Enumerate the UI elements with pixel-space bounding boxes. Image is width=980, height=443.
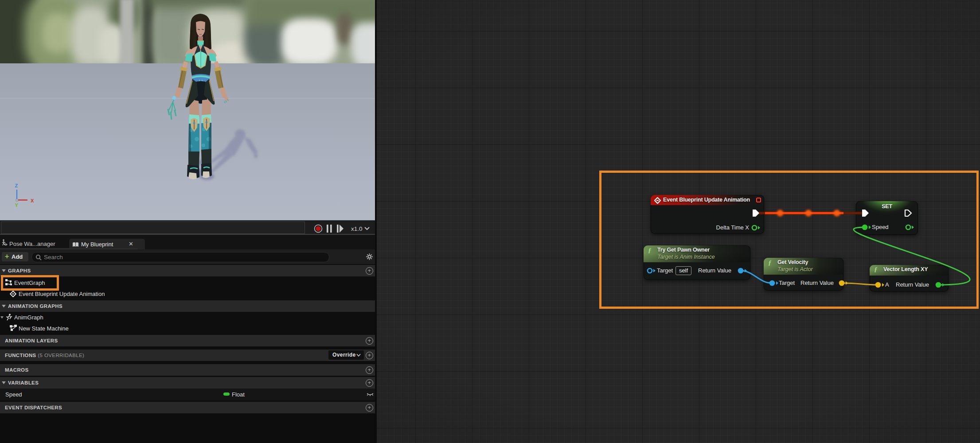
svg-text:X: X — [31, 198, 34, 203]
svg-text:x1.0: x1.0 — [351, 225, 363, 232]
svg-text:Y: Y — [15, 202, 19, 208]
svg-text:Z: Z — [15, 183, 18, 188]
